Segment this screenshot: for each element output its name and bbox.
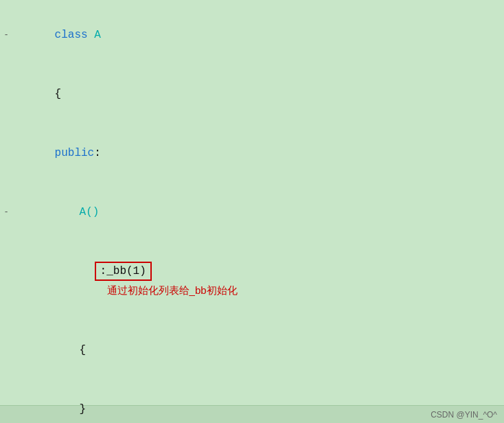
code-line: - class A <box>0 5 504 65</box>
code-editor: - class A { public: - A() :_bb(1) 通过初始化列… <box>0 0 504 405</box>
gutter: - <box>0 30 12 40</box>
brace: } <box>80 403 87 415</box>
gutter: - <box>0 207 12 217</box>
code-text: { <box>12 65 61 123</box>
keyword: class <box>55 29 95 41</box>
colon: : <box>94 147 101 159</box>
code-text: class A <box>12 6 101 64</box>
code-line-annotation: :_bb(1) 通过初始化列表给_bb初始化 <box>0 242 504 321</box>
code-text: A() <box>12 183 99 241</box>
code-text: } <box>12 380 86 423</box>
code-line: { <box>0 321 504 380</box>
classname: A <box>94 29 101 41</box>
code-text: :_bb(1) 通过初始化列表给_bb初始化 <box>12 242 238 320</box>
annotation-highlight: :_bb(1) <box>95 262 152 281</box>
annotation-comment: 通过初始化列表给_bb初始化 <box>107 284 238 296</box>
keyword: public <box>55 147 95 159</box>
method: A() <box>80 206 100 218</box>
code-text: public: <box>12 124 101 182</box>
brace: { <box>55 88 62 100</box>
code-line: - A() <box>0 183 504 242</box>
brace: { <box>80 344 87 356</box>
code-text: { <box>12 321 86 379</box>
code-line: } <box>0 380 504 423</box>
code-line: { <box>0 65 504 124</box>
code-line: public: <box>0 124 504 183</box>
